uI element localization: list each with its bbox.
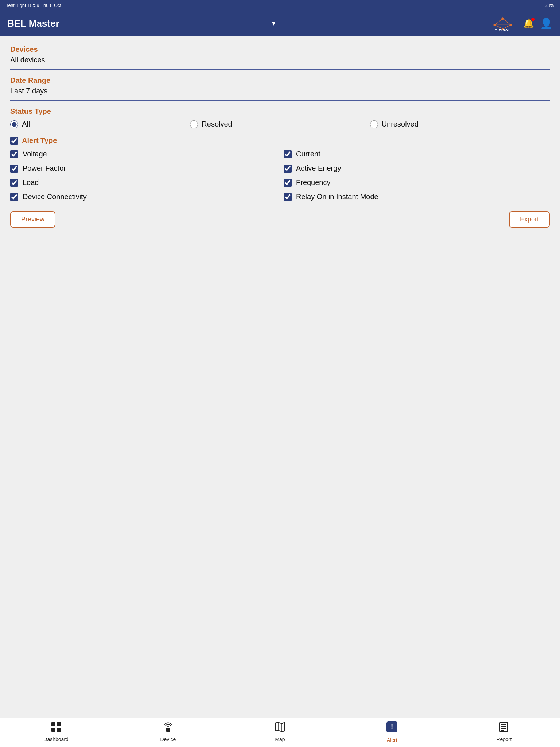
checkbox-item-device-connectivity[interactable]: Device Connectivity (10, 193, 276, 201)
notification-badge (531, 18, 535, 21)
citisol-logo: CITISOL (488, 15, 517, 31)
radio-resolved-input[interactable] (190, 120, 198, 128)
checkbox-item-load[interactable]: Load (10, 178, 276, 187)
nav-item-alert[interactable]: ! Alert (336, 718, 448, 746)
checkbox-voltage[interactable] (10, 150, 18, 158)
status-bar-right: 33% (545, 3, 554, 8)
alert-icon: ! (386, 721, 398, 736)
nav-item-device[interactable]: Device (112, 719, 224, 745)
svg-rect-10 (51, 722, 55, 726)
alert-type-grid: Voltage Current Power Factor Active Ener… (10, 150, 550, 201)
header-center: ▾ (272, 19, 275, 27)
radio-all-label: All (22, 120, 30, 128)
status-bar: TestFlight 18:59 Thu 8 Oct 33% (0, 0, 560, 10)
devices-value[interactable]: All devices (10, 56, 550, 70)
svg-text:CITISOL: CITISOL (495, 28, 511, 31)
action-row: Preview Export (10, 211, 550, 228)
svg-marker-17 (275, 722, 285, 732)
header-right: CITISOL 🔔 👤 (488, 15, 553, 31)
radio-item-all[interactable]: All (10, 120, 190, 128)
svg-rect-12 (51, 728, 55, 732)
chevron-down-icon[interactable]: ▾ (272, 19, 275, 27)
export-button[interactable]: Export (509, 211, 550, 228)
checkbox-item-power-factor[interactable]: Power Factor (10, 164, 276, 173)
checkbox-voltage-label: Voltage (23, 150, 47, 158)
main-content: Devices All devices Date Range Last 7 da… (0, 36, 560, 718)
radio-unresolved-input[interactable] (370, 120, 378, 128)
preview-button[interactable]: Preview (10, 211, 55, 228)
svg-rect-13 (57, 728, 61, 732)
checkbox-current-label: Current (296, 150, 320, 158)
report-label: Report (496, 736, 512, 742)
checkbox-active-energy[interactable] (284, 165, 292, 173)
checkbox-device-connectivity-label: Device Connectivity (23, 193, 87, 201)
notification-button[interactable]: 🔔 (523, 18, 534, 28)
checkbox-item-current[interactable]: Current (284, 150, 550, 158)
checkbox-item-voltage[interactable]: Voltage (10, 150, 276, 158)
citisol-logo-svg: CITISOL (488, 15, 517, 31)
checkbox-item-active-energy[interactable]: Active Energy (284, 164, 550, 173)
radio-all-input[interactable] (10, 120, 18, 128)
checkbox-power-factor[interactable] (10, 165, 18, 173)
checkbox-load-label: Load (23, 178, 39, 187)
date-range-value[interactable]: Last 7 days (10, 87, 550, 101)
checkbox-relay-on-label: Relay On in Instant Mode (296, 193, 378, 201)
status-type-section: Status Type All Resolved Unresolved (10, 107, 550, 128)
map-label: Map (275, 736, 285, 742)
checkbox-load[interactable] (10, 179, 18, 187)
checkbox-current[interactable] (284, 150, 292, 158)
svg-line-4 (495, 19, 503, 25)
svg-rect-14 (166, 728, 170, 732)
dashboard-label: Dashboard (43, 736, 69, 742)
radio-unresolved-label: Unresolved (382, 120, 419, 128)
alert-type-header: Alert Type (10, 136, 550, 145)
checkbox-active-energy-label: Active Energy (296, 164, 341, 173)
svg-point-16 (167, 726, 169, 727)
bottom-nav: Dashboard Device Map ! (0, 718, 560, 747)
device-icon (163, 721, 174, 735)
map-icon (275, 721, 285, 735)
alert-label: Alert (387, 737, 397, 743)
user-profile-button[interactable]: 👤 (540, 18, 553, 30)
radio-resolved-label: Resolved (202, 120, 232, 128)
checkbox-relay-on[interactable] (284, 193, 292, 201)
status-bar-info: TestFlight 18:59 Thu 8 Oct (6, 3, 61, 8)
checkbox-frequency[interactable] (284, 179, 292, 187)
alert-type-label: Alert Type (22, 136, 57, 145)
report-icon (498, 721, 509, 735)
svg-text:!: ! (391, 723, 393, 731)
alert-type-section: Alert Type Voltage Current Power Factor … (10, 136, 550, 201)
device-label: Device (160, 736, 176, 742)
date-range-label: Date Range (10, 76, 550, 85)
nav-item-report[interactable]: Report (448, 719, 560, 745)
dashboard-icon (51, 721, 62, 735)
nav-item-map[interactable]: Map (224, 719, 336, 745)
app-title: BEL Master (7, 18, 59, 29)
checkbox-frequency-label: Frequency (296, 178, 331, 187)
battery-indicator: 33% (545, 3, 554, 8)
date-range-section: Date Range Last 7 days (10, 76, 550, 101)
checkbox-item-relay-on[interactable]: Relay On in Instant Mode (284, 193, 550, 201)
status-bar-left: TestFlight 18:59 Thu 8 Oct (6, 3, 61, 8)
devices-label: Devices (10, 45, 550, 54)
alert-type-master-checkbox[interactable] (10, 137, 18, 145)
devices-section: Devices All devices (10, 45, 550, 70)
checkbox-device-connectivity[interactable] (10, 193, 18, 201)
svg-rect-11 (57, 722, 61, 726)
nav-item-dashboard[interactable]: Dashboard (0, 719, 112, 745)
svg-line-5 (503, 19, 511, 25)
app-header: BEL Master ▾ CITISOL 🔔 (0, 10, 560, 36)
radio-item-resolved[interactable]: Resolved (190, 120, 370, 128)
status-type-radio-group: All Resolved Unresolved (10, 120, 550, 128)
radio-item-unresolved[interactable]: Unresolved (370, 120, 550, 128)
checkbox-power-factor-label: Power Factor (23, 164, 66, 173)
checkbox-item-frequency[interactable]: Frequency (284, 178, 550, 187)
status-type-label: Status Type (10, 107, 550, 116)
